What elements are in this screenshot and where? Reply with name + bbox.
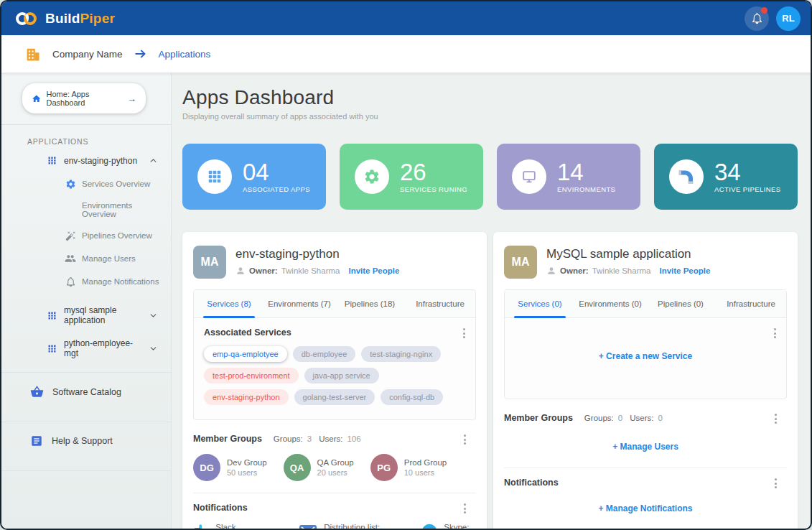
divider <box>504 468 787 468</box>
kebab-menu-icon[interactable] <box>461 501 469 516</box>
invite-people-link[interactable]: Invite People <box>659 266 710 275</box>
sidebar-item-pipelines-overview[interactable]: Pipelines Overview <box>1 224 171 247</box>
tab-pipelines[interactable]: Pipelines (0) <box>645 290 716 317</box>
app-card-title: MySQL sample application <box>546 247 710 261</box>
group-qa[interactable]: QA QA Group 20 users <box>284 454 354 481</box>
group-name: Dev Group <box>227 458 267 467</box>
document-icon <box>30 434 43 447</box>
owner-label: Owner: <box>560 266 589 275</box>
app-grid-icon <box>47 343 57 354</box>
sidebar-item-python-employee-mgt[interactable]: python-employee-mgt <box>1 332 171 365</box>
invite-people-link[interactable]: Invite People <box>348 266 399 275</box>
service-chip[interactable]: db-employee <box>293 346 356 362</box>
service-chip[interactable]: java-app service <box>304 368 379 383</box>
notif-label: Skype: <box>444 523 476 529</box>
tab-pipelines[interactable]: Pipelines (18) <box>335 290 405 317</box>
sidebar-item-manage-users[interactable]: Manage Users <box>1 247 171 270</box>
app-window: BuildPiper RL Company Name Applications <box>0 0 812 530</box>
notifications-title: Notifications <box>193 503 476 513</box>
notification-dot <box>761 7 767 14</box>
home-label: Home: Apps Dashboard <box>47 90 122 107</box>
buildpiper-logo[interactable]: BuildPiper <box>14 10 115 27</box>
associated-services-title: Associated Services <box>204 327 465 338</box>
software-catalog-label: Software Catalog <box>52 387 121 397</box>
slack-icon <box>193 523 209 529</box>
app-label: python-employee-mgt <box>64 338 142 358</box>
grid-icon <box>197 159 232 194</box>
users-count: 0 <box>658 414 662 422</box>
tab-services[interactable]: Services (0) <box>505 290 575 317</box>
app-card-env-staging-python: MA env-staging-python Owner: Twinkle Sha… <box>182 232 487 529</box>
kebab-menu-icon[interactable] <box>461 432 469 447</box>
service-chip[interactable]: env-staging-python <box>204 389 289 405</box>
kebab-menu-icon[interactable] <box>460 325 468 341</box>
sidebar-item-environments-overview[interactable]: Environments Overview <box>1 195 171 224</box>
tab-infrastructure[interactable]: Infrastructure <box>716 290 786 317</box>
svg-text:S: S <box>426 526 433 529</box>
stats-row: 04 ASSOCIATED APPS 26 SERVICES RUNING <box>182 144 798 210</box>
sidebar-item-mysql-sample-application[interactable]: mysql sample application <box>1 299 171 332</box>
skype-item[interactable]: S Skype: okts-team <box>421 523 476 529</box>
kebab-menu-icon[interactable] <box>772 475 780 491</box>
slack-channel-item[interactable]: Slack Channel: #buildpiper-app <box>193 523 267 529</box>
notifications-title: Notifications <box>504 478 787 488</box>
tab-infrastructure[interactable]: Infrastructure <box>405 290 475 317</box>
breadcrumb-applications[interactable]: Applications <box>159 49 211 60</box>
service-chip[interactable]: test-prod-environment <box>204 368 299 383</box>
service-chip[interactable]: config-sql-db <box>381 389 443 405</box>
group-avatar: PG <box>370 454 398 481</box>
manage-users-link[interactable]: + Manage Users <box>504 442 787 452</box>
mail-icon <box>299 523 317 529</box>
stat-associated-apps[interactable]: 04 ASSOCIATED APPS <box>182 144 326 210</box>
sidebar-item-env-staging-python[interactable]: env-staging-python <box>1 149 171 172</box>
person-icon <box>546 266 556 276</box>
notifications-row: Slack Channel: #buildpiper-app <box>193 523 476 529</box>
service-chip[interactable]: emp-qa-emplotyee <box>204 346 287 362</box>
tab-services[interactable]: Services (8) <box>194 290 264 317</box>
service-chip[interactable]: golang-test-server <box>294 389 375 405</box>
tab-environments[interactable]: Environments (7) <box>264 290 335 317</box>
buildpiper-rings-icon <box>14 10 39 27</box>
divider <box>193 493 476 493</box>
sidebar-item-software-catalog[interactable]: Software Catalog <box>1 373 171 411</box>
company-building-icon <box>23 45 42 64</box>
breadcrumb-company[interactable]: Company Name <box>52 49 123 60</box>
stat-active-pipelines[interactable]: 34 ACTIVE PIPELINES <box>654 144 798 210</box>
tab-environments[interactable]: Environments (0) <box>575 290 645 317</box>
home-icon <box>32 93 42 104</box>
pipe-icon <box>669 159 704 194</box>
person-icon <box>235 266 246 276</box>
stat-environments[interactable]: 14 ENVIRONMENTS <box>497 144 640 210</box>
create-service-link[interactable]: + Create a new Service <box>599 351 692 361</box>
group-dev[interactable]: DG Dev Group 50 users <box>193 454 267 481</box>
app-grid-icon <box>47 155 57 166</box>
sidebar-item-manage-notifications[interactable]: Manage Notifications <box>1 270 171 293</box>
stat-services-running[interactable]: 26 SERVICES RUNING <box>340 144 483 210</box>
brand-name: BuildPiper <box>45 11 115 27</box>
notif-label: Slack Channel: <box>215 523 267 529</box>
sidebar-item-help-support[interactable]: Help & Support <box>1 422 171 460</box>
tab-box: Services (0) Environments (0) Pipelines … <box>504 289 787 399</box>
group-users: 50 users <box>227 468 267 477</box>
stat-value: 34 <box>714 160 780 185</box>
top-navbar: BuildPiper RL <box>1 1 811 35</box>
user-avatar[interactable]: RL <box>776 6 801 31</box>
notifications-section: Notifications <box>193 503 476 529</box>
group-prod[interactable]: PG Prod Group 10 users <box>370 454 447 481</box>
help-support-label: Help & Support <box>52 436 113 446</box>
sidebar-home-button[interactable]: Home: Apps Dashboard → <box>22 83 146 113</box>
service-chip[interactable]: test-staging-nginx <box>361 346 441 362</box>
submenu-label: Manage Users <box>82 254 136 263</box>
app-grid-icon <box>47 310 57 321</box>
manage-notifications-link[interactable]: + Manage Notifications <box>504 503 787 513</box>
kebab-menu-icon[interactable] <box>772 411 780 427</box>
app-label: mysql sample application <box>64 305 142 325</box>
notifications-button[interactable] <box>745 6 769 31</box>
owner-name: Twinkle Sharma <box>592 266 651 275</box>
distribution-list-item[interactable]: Distribution list: okts@opstree.com <box>299 523 390 529</box>
users-label: Users: <box>630 414 653 422</box>
sidebar-item-services-overview[interactable]: Services Overview <box>1 172 171 195</box>
skype-icon: S <box>421 523 437 529</box>
kebab-menu-icon[interactable] <box>771 325 779 341</box>
group-users: 10 users <box>404 468 447 477</box>
